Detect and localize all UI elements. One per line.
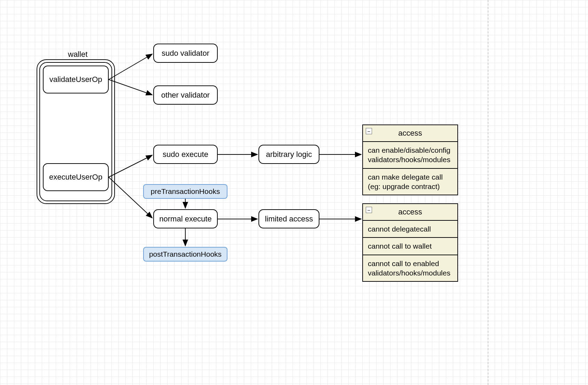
access-sudo-row: can make delegate call (eg: upgrade cont… xyxy=(363,169,457,195)
access-normal-table: − access cannot delegatecall cannot call… xyxy=(362,203,458,282)
post-hooks-box: postTransactionHooks xyxy=(143,247,227,262)
access-sudo-row: can enable/disable/config validators/hoo… xyxy=(363,142,457,169)
validate-userop-box: validateUserOp xyxy=(43,66,109,93)
other-validator-box: other validator xyxy=(153,85,218,105)
access-normal-row: cannot call to enabled validators/hooks/… xyxy=(363,255,457,281)
access-sudo-table: − access can enable/disable/config valid… xyxy=(362,124,458,195)
svg-line-3 xyxy=(109,155,152,177)
validate-userop-label: validateUserOp xyxy=(49,75,102,84)
arbitrary-logic-label: arbitrary logic xyxy=(266,150,312,159)
normal-execute-box: normal execute xyxy=(153,209,218,228)
limited-access-box: limited access xyxy=(258,209,319,228)
access-normal-header: − access xyxy=(363,204,457,221)
post-hooks-label: postTransactionHooks xyxy=(149,250,222,258)
execute-userop-label: executeUserOp xyxy=(49,173,102,182)
sudo-validator-label: sudo validator xyxy=(162,49,209,58)
other-validator-label: other validator xyxy=(161,91,210,100)
pre-hooks-label: preTransactionHooks xyxy=(151,187,220,196)
normal-execute-label: normal execute xyxy=(159,214,211,224)
access-normal-title: access xyxy=(398,207,422,216)
access-normal-row: cannot call to wallet xyxy=(363,238,457,255)
sudo-validator-box: sudo validator xyxy=(153,44,218,63)
collapse-icon[interactable]: − xyxy=(366,207,372,213)
access-normal-row: cannot delegatecall xyxy=(363,221,457,238)
execute-userop-box: executeUserOp xyxy=(43,163,109,191)
access-sudo-title: access xyxy=(398,129,422,137)
svg-line-1 xyxy=(109,54,152,80)
sudo-execute-box: sudo execute xyxy=(153,145,218,164)
pre-hooks-box: preTransactionHooks xyxy=(143,184,227,199)
diagram-canvas: wallet validateUserOp executeUserOp sudo… xyxy=(0,0,588,385)
collapse-icon[interactable]: − xyxy=(366,128,372,134)
sudo-execute-label: sudo execute xyxy=(163,150,208,159)
access-sudo-header: − access xyxy=(363,125,457,142)
svg-line-2 xyxy=(109,80,152,95)
wallet-title: wallet xyxy=(68,50,87,59)
limited-access-label: limited access xyxy=(265,214,313,224)
arbitrary-logic-box: arbitrary logic xyxy=(258,145,319,164)
